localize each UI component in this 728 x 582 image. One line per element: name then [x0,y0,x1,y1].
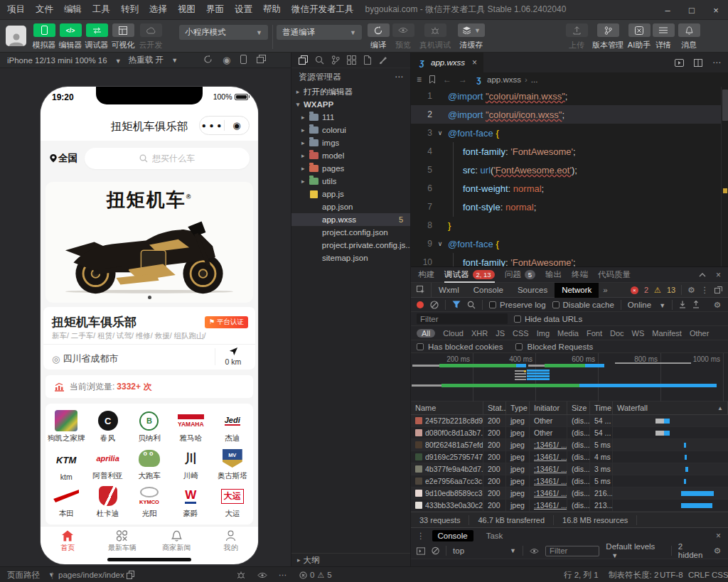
collapse-panel-icon[interactable] [699,273,706,277]
hot-reload-toggle[interactable]: 热重载 开 ▼ [129,55,178,65]
col-size[interactable]: Size [567,402,590,414]
code-line[interactable]: 6font-weight: normal; [411,179,728,198]
file-tree-item[interactable]: ▸ colorui [291,124,410,136]
explorer-more-button[interactable]: ⋯ [395,72,403,82]
outline-section[interactable]: ▸ 大纲 [291,553,410,566]
throttling-select[interactable]: Online ▼ [628,301,665,309]
exit-miniprogram-button[interactable]: ◉ [225,120,249,131]
console-filter-input[interactable]: Filter [545,546,599,556]
network-request-row[interactable]: 9d10edb8589cc3... 200 jpeg :13461/ ... (… [411,487,728,500]
type-filter[interactable]: Other [690,329,710,338]
source-control-icon[interactable] [331,55,340,65]
code-line[interactable]: 2@import "colorui/icon.wxss"; [411,105,728,124]
back-arrow-icon[interactable]: ← [443,75,451,85]
tab-home[interactable]: 首页 [41,527,95,556]
log-levels-select[interactable]: Default levels ▼ [606,542,665,559]
file-tree-item[interactable]: ▸ utils [291,175,410,188]
brand-item[interactable]: C 春风 [87,408,128,446]
clear-network-icon[interactable] [430,301,439,309]
col-type[interactable]: Type [506,402,530,414]
brand-item[interactable]: oo 大跑车 [129,446,170,483]
more-tabs-icon[interactable]: » [599,286,611,294]
console-settings-icon[interactable]: ⚙ [714,546,728,556]
warning-count-icon[interactable]: ⚠ [654,286,661,295]
initiator-link[interactable]: Other [534,429,552,437]
code-line[interactable]: 5src: url('FontAwesome.eot'); [411,161,728,179]
extensions-icon[interactable] [347,55,356,65]
code-line[interactable]: 3∨@font-face { [411,124,728,142]
copy-path-icon[interactable] [127,567,134,582]
network-filter-input[interactable]: Filter [417,313,508,324]
col-time[interactable]: Time [590,402,613,414]
eye-icon[interactable] [530,548,539,554]
run-icon[interactable] [675,59,684,67]
mode-select[interactable]: 小程序模式▼ [179,25,268,40]
col-status[interactable]: Stat... [483,402,506,414]
menu-item[interactable]: 编辑 [64,4,82,16]
details-button[interactable]: 详情 [650,23,677,50]
file-tree-item[interactable]: sitemap.json [291,252,410,264]
preview-button[interactable]: 预览 [390,23,417,50]
device-frame-icon[interactable] [240,55,247,64]
rotate-icon[interactable] [203,55,213,64]
minimize-button[interactable]: – [655,0,680,20]
context-select[interactable]: top▼ [453,546,516,555]
split-editor-icon[interactable] [694,59,702,67]
brand-item[interactable]: aprilia 阿普利亚 [87,446,128,483]
error-count-icon[interactable]: × [631,286,638,294]
filter-funnel-icon[interactable] [452,301,461,308]
editor-more-button[interactable]: ⋯ [712,58,721,68]
compile-mode-select[interactable]: 普通编译▼ [277,25,362,40]
menu-item[interactable]: 帮助 [263,4,281,16]
encoding[interactable]: UTF-8 [660,567,683,582]
close-panel-icon[interactable]: × [716,270,721,280]
brand-item[interactable]: 狗凯之家牌 [46,408,87,446]
drawer-menu-icon[interactable]: ⋮ [417,531,425,541]
devtools-tab-wxml[interactable]: Wxml [432,283,466,298]
visualization-toggle-button[interactable]: 可视化 [109,23,136,50]
menu-item[interactable]: 视图 [178,4,196,16]
file-tree-item[interactable]: app.wxss 5 [291,213,410,226]
menu-item[interactable]: 选择 [149,4,167,16]
location-selector[interactable]: 全国 [49,152,77,165]
code-lines[interactable]: 1@import "colorui/main.wxss";2@import "c… [411,87,728,266]
language-mode[interactable]: CSS [712,567,728,582]
messages-button[interactable]: 消息 [675,23,702,50]
breadcrumb[interactable]: ʒ app.wxss › ... [474,75,537,84]
editor-toggle-button[interactable]: </> 编辑器 [57,23,84,50]
brand-item[interactable]: 本田 [46,483,87,521]
tab-size[interactable]: 制表符长度: 2 [609,567,658,582]
brand-item[interactable]: 杜卡迪 [87,483,128,521]
menu-item[interactable]: 设置 [235,4,252,16]
menu-item[interactable]: 转到 [121,4,139,16]
type-filter[interactable]: Doc [610,329,624,338]
cursor-position[interactable]: 行 2, 列 1 [564,567,599,582]
clear-cache-button[interactable]: ▼ 清缓存 [455,23,488,50]
record-icon[interactable]: ◉ [223,55,230,65]
type-filter[interactable]: Manifest [652,329,682,338]
menu-item[interactable]: 微信开发者工具 [291,4,354,16]
col-initiator[interactable]: Initiator [530,402,567,414]
eager-eval-icon[interactable] [417,547,425,555]
panel-tab[interactable]: 终端 [572,267,588,283]
panel-tab[interactable]: 问题 5 [505,267,535,283]
search-input[interactable]: 想买什么车 [85,148,250,169]
menu-item[interactable]: 项目 [7,4,25,16]
blocked-requests-checkbox[interactable] [515,343,523,350]
type-filter[interactable]: Cloud [443,329,464,338]
network-request-row[interactable]: 433bb33e0a30c2... 200 jpeg :13461/ ... (… [411,500,728,512]
panel-tab[interactable]: 输出 [545,267,562,283]
problems-indicator[interactable]: 0 ⚠ 5 [299,567,332,582]
debugger-toggle-button[interactable]: 调试器 [83,23,110,50]
tab-app-wxss[interactable]: ʒ app.wxss × [411,53,483,72]
brand-item[interactable]: MV 奥古斯塔 [212,446,253,483]
code-line[interactable]: 8} [411,216,728,235]
panel-tab[interactable]: 调试器 2, 13 [444,267,495,283]
menu-item[interactable]: 工具 [92,4,110,16]
initiator-link[interactable]: :13461/ ... [534,489,567,497]
type-filter[interactable]: All [417,329,435,338]
popout-icon[interactable] [714,286,722,293]
code-line[interactable]: 1@import "colorui/main.wxss"; [411,87,728,105]
preserve-log-checkbox[interactable] [489,301,496,308]
forward-arrow-icon[interactable]: → [459,75,467,85]
